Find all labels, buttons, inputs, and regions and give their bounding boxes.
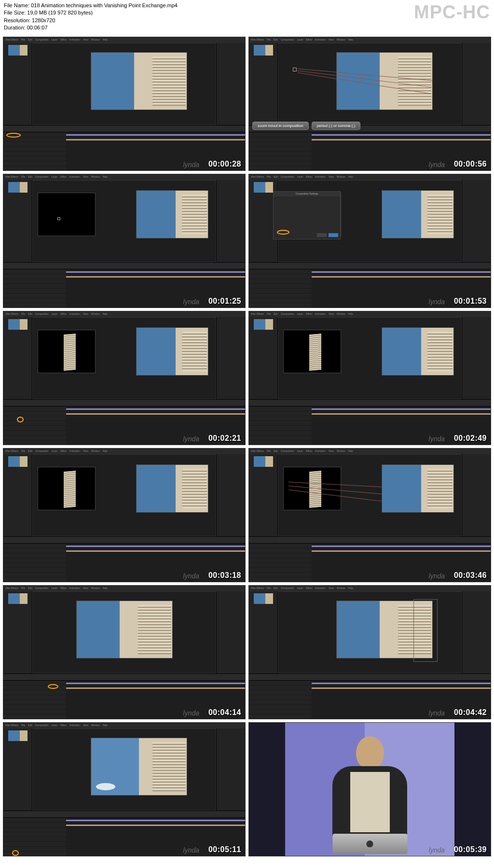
menu-item[interactable]: Edit (28, 587, 32, 590)
menu-item[interactable]: Window (91, 449, 100, 453)
track-row[interactable] (3, 431, 66, 435)
menu-item[interactable]: Edit (274, 312, 278, 316)
menu-item[interactable]: File (21, 312, 25, 316)
video-thumbnail[interactable]: After EffectsFileEditCompositionLayerEff… (3, 311, 246, 445)
right-viewport[interactable] (382, 327, 454, 376)
composition-viewport[interactable] (32, 454, 216, 536)
menu-item[interactable]: Help (103, 449, 108, 453)
track-row[interactable] (3, 710, 66, 714)
menu-item[interactable]: Edit (274, 175, 278, 179)
menu-item[interactable]: File (21, 587, 25, 590)
menu-item[interactable]: Effect (60, 449, 67, 453)
track-row[interactable] (249, 147, 312, 152)
track-row[interactable] (249, 406, 312, 411)
menu-item[interactable]: Help (103, 38, 108, 42)
track-row[interactable] (3, 142, 66, 147)
menu-item[interactable]: View (329, 449, 334, 453)
menu-item[interactable]: Edit (274, 38, 278, 42)
track-row[interactable] (3, 269, 66, 274)
menu-item[interactable]: Effect (306, 587, 312, 590)
menu-item[interactable]: After Effects (251, 38, 264, 42)
track-row[interactable] (3, 558, 66, 563)
effects-panel[interactable] (462, 317, 491, 399)
menu-item[interactable]: Effect (60, 312, 67, 316)
menu-item[interactable]: View (329, 312, 334, 316)
menu-item[interactable]: Composition (35, 175, 49, 179)
right-viewport[interactable] (136, 464, 208, 513)
track-row[interactable] (3, 137, 66, 142)
menu-item[interactable]: Edit (28, 38, 32, 42)
effects-panel[interactable] (216, 180, 245, 262)
menu-item[interactable]: Composition (35, 724, 49, 728)
menu-item[interactable]: Window (91, 175, 100, 179)
track-row[interactable] (249, 544, 312, 548)
video-thumbnail[interactable]: After EffectsFileEditCompositionLayerEff… (3, 37, 246, 171)
ok-button[interactable] (329, 233, 338, 237)
cancel-button[interactable] (317, 233, 327, 237)
track-row[interactable] (249, 152, 312, 156)
track-row[interactable] (3, 573, 66, 577)
menu-item[interactable]: Help (348, 587, 353, 590)
menu-item[interactable]: Composition (35, 312, 49, 316)
track-row[interactable] (249, 563, 312, 568)
menu-item[interactable]: Composition (281, 312, 294, 316)
menu-item[interactable]: View (329, 38, 334, 42)
track-row[interactable] (3, 548, 66, 553)
menu-item[interactable]: Window (91, 587, 100, 590)
menu-item[interactable]: Layer (52, 449, 58, 453)
left-viewport[interactable] (283, 467, 341, 510)
menu-item[interactable]: Edit (28, 724, 32, 728)
menu-item[interactable]: Window (91, 312, 100, 316)
menu-item[interactable]: Composition (281, 587, 294, 590)
menu-item[interactable]: View (83, 587, 88, 590)
menu-item[interactable]: Animation (69, 312, 80, 316)
menu-item[interactable]: File (267, 312, 271, 316)
video-thumbnail[interactable]: After EffectsFileEditCompositionLayerEff… (248, 174, 491, 308)
left-viewport[interactable] (38, 193, 96, 236)
composition-viewport[interactable] (32, 43, 216, 125)
menu-item[interactable]: Help (348, 175, 353, 179)
track-row[interactable] (3, 284, 66, 289)
menu-item[interactable]: View (329, 175, 334, 179)
menu-item[interactable]: After Effects (5, 175, 18, 179)
track-row[interactable] (249, 690, 312, 695)
track-row[interactable] (249, 279, 312, 284)
track-row[interactable] (249, 705, 312, 710)
video-thumbnail[interactable]: After EffectsFileEditCompositionLayerEff… (3, 174, 246, 308)
menu-item[interactable]: After Effects (251, 312, 264, 316)
menu-item[interactable]: Animation (315, 38, 326, 42)
menu-item[interactable]: Edit (274, 449, 278, 453)
track-row[interactable] (249, 132, 312, 137)
left-viewport[interactable] (38, 330, 96, 373)
right-viewport[interactable] (136, 327, 208, 376)
video-thumbnail[interactable]: After EffectsFileEditCompositionLayerEff… (248, 585, 491, 719)
track-row[interactable] (3, 416, 66, 421)
composition-viewport[interactable] (32, 728, 216, 811)
menu-item[interactable]: Layer (297, 175, 303, 179)
track-row[interactable] (249, 548, 312, 553)
menu-item[interactable]: After Effects (5, 38, 18, 42)
track-row[interactable] (249, 161, 312, 166)
track-row[interactable] (249, 137, 312, 142)
track-row[interactable] (249, 558, 312, 563)
track-row[interactable] (3, 837, 66, 842)
menu-item[interactable]: Help (103, 312, 108, 316)
effects-panel[interactable] (216, 591, 245, 673)
project-panel[interactable] (249, 317, 278, 399)
video-thumbnail[interactable]: After EffectsFileEditCompositionLayerEff… (248, 448, 491, 582)
effects-panel[interactable] (216, 728, 245, 811)
menu-item[interactable]: Composition (281, 449, 294, 453)
menu-item[interactable]: File (267, 175, 271, 179)
track-row[interactable] (3, 690, 66, 695)
track-row[interactable] (249, 700, 312, 705)
menu-item[interactable]: Animation (69, 724, 80, 728)
menu-item[interactable]: Composition (281, 175, 294, 179)
track-row[interactable] (3, 563, 66, 568)
menu-item[interactable]: Window (337, 38, 345, 42)
track-row[interactable] (249, 156, 312, 161)
track-row[interactable] (3, 823, 66, 827)
menu-item[interactable]: Effect (306, 449, 312, 453)
track-row[interactable] (3, 294, 66, 298)
track-row[interactable] (3, 695, 66, 700)
menu-item[interactable]: Edit (28, 175, 32, 179)
